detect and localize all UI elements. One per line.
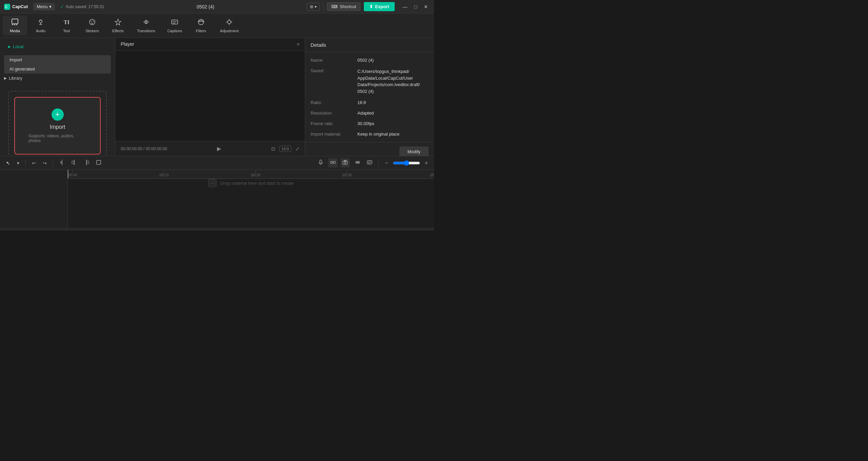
tool-captions[interactable]: Captions bbox=[162, 16, 187, 36]
audio-icon bbox=[37, 18, 44, 27]
ai-generated-button[interactable]: AI generated bbox=[4, 64, 111, 74]
detail-value-name: 0502 (4) bbox=[357, 58, 429, 63]
transitions-label: Transitions bbox=[137, 29, 155, 33]
detail-label-saved: Saved: bbox=[311, 68, 355, 95]
details-content: Name: 0502 (4) Saved: C:/Users/topgus_th… bbox=[305, 52, 434, 142]
tool-transitions[interactable]: Transitions bbox=[132, 16, 160, 36]
library-label: Library bbox=[9, 76, 22, 81]
tool-filters[interactable]: Filters bbox=[189, 16, 213, 36]
capcut-logo-icon: C bbox=[4, 4, 10, 10]
sidebar-item-library[interactable]: ▶ Library bbox=[0, 74, 115, 83]
svg-marker-24 bbox=[60, 161, 61, 163]
camera-button[interactable] bbox=[340, 158, 350, 167]
caption-auto-button[interactable] bbox=[365, 158, 374, 167]
svg-rect-5 bbox=[16, 24, 17, 25]
main-content: ▶ Local Import AI generated ▶ Library + … bbox=[0, 38, 434, 156]
fullscreen-icon[interactable]: ⤢ bbox=[295, 146, 299, 152]
detail-value-saved: C:/Users/topgus_thinkpad/AppData/Local/C… bbox=[357, 68, 429, 95]
details-header: Details bbox=[305, 38, 434, 52]
detail-value-ratio: 16:9 bbox=[357, 100, 429, 105]
left-panel: ▶ Local Import AI generated ▶ Library + … bbox=[0, 38, 115, 156]
detail-label-import-material: Import material: bbox=[311, 132, 355, 137]
effects-icon bbox=[114, 18, 122, 27]
tool-audio[interactable]: Audio bbox=[28, 16, 53, 36]
export-button[interactable]: ⬆ Export bbox=[364, 2, 394, 11]
tool-stickers[interactable]: Stickers bbox=[80, 16, 104, 36]
select-dropdown-button[interactable]: ▾ bbox=[15, 159, 21, 167]
close-button[interactable]: ✕ bbox=[422, 3, 430, 10]
left-nav: ▶ Local bbox=[0, 38, 115, 55]
import-area: + Import Supports: videos, audios, photo… bbox=[0, 83, 115, 156]
triangle-icon-library: ▶ bbox=[4, 76, 7, 80]
player-screen bbox=[115, 51, 305, 141]
menu-button[interactable]: Menu ▾ bbox=[33, 3, 55, 11]
delete-button[interactable] bbox=[94, 158, 103, 167]
svg-marker-13 bbox=[115, 19, 121, 25]
player-panel: Player ≡ 00:00:00:00 / 00:00:00:00 ▶ ⊡ 1… bbox=[115, 38, 305, 156]
tool-media[interactable]: Media bbox=[3, 16, 27, 36]
ratio-badge: 16:9 bbox=[279, 146, 291, 152]
filters-icon bbox=[197, 18, 205, 27]
svg-text:TI: TI bbox=[64, 19, 70, 25]
toolbar-separator-2 bbox=[53, 160, 53, 166]
restore-button[interactable]: □ bbox=[412, 3, 419, 10]
modify-button[interactable]: Modify bbox=[399, 146, 429, 156]
svg-rect-32 bbox=[331, 161, 333, 163]
layout-button[interactable]: ⊞ ▾ bbox=[307, 3, 320, 11]
detail-row-saved: Saved: C:/Users/topgus_thinkpad/AppData/… bbox=[311, 68, 429, 95]
tool-effects[interactable]: Effects bbox=[106, 16, 130, 36]
detail-value-import-material: Keep in original place bbox=[357, 132, 429, 137]
stickers-label: Stickers bbox=[85, 29, 99, 33]
zoom-in-button[interactable]: + bbox=[423, 159, 430, 167]
redo-button[interactable]: ↩ bbox=[41, 159, 49, 167]
app-name: CapCut bbox=[12, 4, 28, 9]
link2-button[interactable] bbox=[353, 158, 362, 167]
player-right-controls: ⊡ 16:9 ⤢ bbox=[271, 146, 299, 152]
toolbar-separator-3 bbox=[378, 160, 379, 166]
undo-button[interactable]: ↩ bbox=[30, 159, 38, 167]
import-drop-zone: + Import Supports: videos, audios, photo… bbox=[8, 91, 107, 156]
zoom-slider[interactable] bbox=[393, 160, 420, 166]
timeline-toolbar: ↖ ▾ ↩ ↩ bbox=[0, 156, 434, 170]
timeline-content: |00:00 |00:10 |00:20 |00:30 |00:40 bbox=[0, 170, 434, 228]
horizontal-scrollbar[interactable] bbox=[0, 228, 434, 230]
import-plus-icon: + bbox=[52, 108, 64, 121]
menu-label: Menu bbox=[37, 4, 48, 9]
ruler-mark-30: |00:30 bbox=[342, 171, 352, 177]
play-button[interactable]: ▶ bbox=[217, 145, 221, 152]
timeline-right-tools: − + bbox=[316, 158, 430, 167]
ruler-mark-40: |00:40 bbox=[430, 171, 434, 177]
svg-rect-14 bbox=[172, 20, 178, 24]
top-bar: C CapCut Menu ▾ ✓ Auto saved: 17:55:31 0… bbox=[0, 0, 434, 14]
shortcut-button[interactable]: ⌨ Shortcut bbox=[327, 2, 360, 11]
detail-label-name: Name: bbox=[311, 58, 355, 63]
zoom-out-button[interactable]: − bbox=[383, 159, 390, 167]
select-tool-button[interactable]: ↖ bbox=[4, 159, 12, 167]
screenshot-icon[interactable]: ⊡ bbox=[271, 146, 275, 152]
plus-symbol: + bbox=[55, 110, 60, 119]
svg-rect-33 bbox=[333, 161, 335, 163]
auto-saved-indicator: ✓ Auto saved: 17:55:31 bbox=[60, 4, 104, 9]
split-button[interactable] bbox=[57, 158, 67, 167]
split-right-button[interactable] bbox=[82, 158, 91, 167]
tool-adjustment[interactable]: Adjustment bbox=[215, 16, 244, 36]
layout-icon: ⊞ bbox=[310, 4, 313, 9]
local-label: Local bbox=[13, 44, 23, 49]
divider bbox=[323, 3, 323, 11]
microphone-button[interactable] bbox=[316, 158, 326, 167]
adjustment-label: Adjustment bbox=[220, 29, 239, 33]
shortcut-label: Shortcut bbox=[340, 4, 356, 9]
player-menu-icon[interactable]: ≡ bbox=[297, 42, 299, 47]
minimize-button[interactable]: — bbox=[401, 3, 410, 10]
split-left-button[interactable] bbox=[70, 158, 79, 167]
adjustment-icon bbox=[225, 18, 233, 27]
import-file-button[interactable]: + Import Supports: videos, audios, photo… bbox=[14, 97, 101, 155]
effects-label: Effects bbox=[112, 29, 123, 33]
export-label: Export bbox=[375, 4, 389, 9]
check-icon: ✓ bbox=[60, 4, 64, 9]
link-clips-button[interactable] bbox=[328, 158, 338, 167]
tool-text[interactable]: TI Text bbox=[54, 16, 79, 36]
import-box-sublabel: Supports: videos, audios, photos bbox=[28, 134, 86, 143]
sidebar-item-local[interactable]: ▶ Local bbox=[4, 42, 111, 51]
import-button[interactable]: Import bbox=[4, 55, 111, 64]
